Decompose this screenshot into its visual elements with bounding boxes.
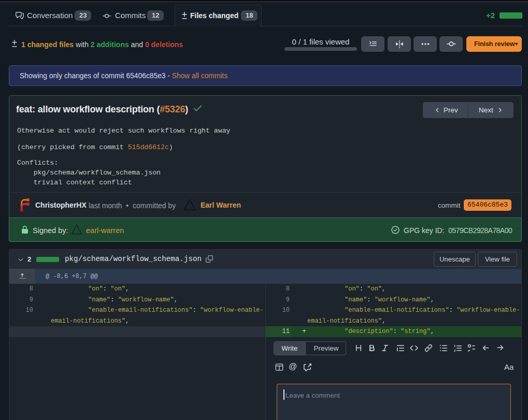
svg-text:1: 1 [454,344,456,347]
svg-text:2: 2 [454,349,456,352]
